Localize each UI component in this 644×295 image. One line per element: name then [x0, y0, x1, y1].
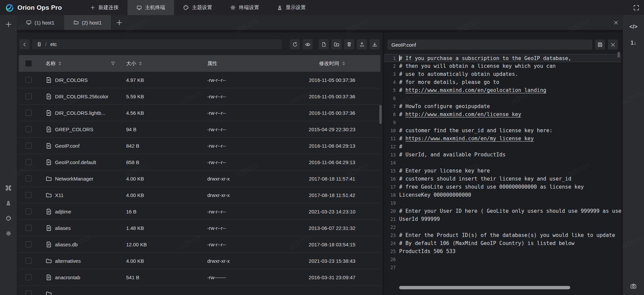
sort-mtime-control[interactable] [342, 61, 345, 65]
code-line[interactable]: 23# Enter the Product ID(s) of the datab… [384, 231, 621, 239]
file-row[interactable]: DIR_COLORS4.97 KB-rw-r--r--2016-11-05 00… [19, 72, 380, 88]
file-name[interactable]: DIR_COLORS [55, 77, 88, 83]
file-name[interactable]: NetworkManager [55, 176, 93, 182]
select-all-checkbox[interactable] [25, 60, 32, 66]
code-line[interactable]: 6 [384, 94, 621, 102]
file-row[interactable]: NetworkManager4.00 KBdrwxr-xr-x2017-08-1… [19, 170, 380, 187]
delete-button[interactable] [344, 39, 354, 49]
back-button[interactable] [19, 39, 30, 49]
file-name[interactable]: GREP_COLORS [55, 127, 93, 132]
menu-item-new-connection[interactable]: 新建连接 [81, 0, 127, 15]
code-line[interactable]: 16# customers should insert their licens… [384, 175, 621, 183]
file-row[interactable]: DIR_COLORS.256color5.59 KB-rw-r--r--2016… [19, 88, 380, 105]
file-name[interactable]: aliases [55, 225, 71, 231]
sidebar-settings-button[interactable] [3, 228, 14, 239]
row-checkbox[interactable] [25, 225, 32, 231]
code-line[interactable]: 8# http://www.maxmind.com/en/license_key [384, 110, 621, 118]
row-checkbox[interactable] [25, 77, 32, 83]
column-header-name[interactable]: 名称 [46, 60, 56, 67]
file-row[interactable]: alternatives4.00 KBdrwxr-xr-x2021-03-23 … [19, 253, 380, 269]
file-row[interactable]: GeoIP.conf.default858 B-rw-r--r--2016-11… [19, 154, 380, 170]
file-row[interactable]: adjtime16 B-rw-r--r--2021-03-23 14:23:10 [19, 203, 380, 220]
code-line[interactable]: 11# https://www.maxmind.com/en/my_licens… [384, 135, 621, 143]
tab-host1-files[interactable]: (2) host1 [64, 15, 111, 30]
code-line[interactable]: 9 [384, 118, 621, 127]
file-row[interactable]: anacrontab541 B-rw-------2016-03-31 23:0… [19, 269, 380, 286]
file-row[interactable]: GREP_COLORS94 B-rw-r--r--2015-04-29 22:3… [19, 121, 380, 138]
file-name[interactable]: alternatives [55, 258, 81, 264]
file-name[interactable]: DIR_COLORS.lightb... [55, 110, 105, 116]
column-header-size[interactable]: 大小 [126, 60, 136, 67]
editor-vertical-scrollbar[interactable] [618, 52, 620, 57]
file-row[interactable]: DIR_COLORS.lightb...4.56 KB-rw-r--r--201… [19, 105, 380, 121]
column-header-attr[interactable]: 属性 [207, 60, 217, 66]
row-checkbox[interactable] [25, 110, 32, 116]
file-name[interactable]: GeoIP.conf [55, 143, 79, 149]
file-name[interactable]: aliases.db [55, 242, 78, 247]
menu-item-display-settings[interactable]: 显示设置 [268, 0, 315, 15]
code-line[interactable]: 10# customer find the user_id and licens… [384, 127, 621, 135]
code-line[interactable]: 18LicenseKey 000000000000 [384, 191, 621, 199]
column-header-mtime[interactable]: 修改时间 [319, 60, 339, 67]
sort-name-control[interactable] [58, 61, 61, 65]
row-checkbox[interactable] [25, 192, 32, 198]
sidebar-new-button[interactable] [3, 18, 14, 30]
file-name[interactable]: GeoIP.conf.default [55, 159, 96, 165]
breadcrumb[interactable]: / etc [32, 39, 282, 49]
download-button[interactable] [370, 39, 380, 49]
code-line[interactable]: 4# for more details, please go to [384, 78, 621, 86]
save-button[interactable] [595, 40, 605, 50]
file-row[interactable]: GeoIP.conf842 B-rw-r--r--2016-11-06 04:2… [19, 138, 380, 154]
row-checkbox[interactable] [25, 176, 32, 182]
tab-host1-terminal[interactable]: (1) host1 [17, 15, 64, 30]
file-row[interactable] [19, 286, 380, 295]
code-line[interactable]: 26 [384, 255, 621, 263]
code-line[interactable]: 13# UserId, and available ProductIds [384, 151, 621, 159]
close-editor-button[interactable] [608, 40, 618, 50]
menu-item-host-terminal[interactable]: 主机终端 [127, 0, 174, 15]
code-line[interactable]: 22 [384, 223, 621, 231]
file-name[interactable]: DIR_COLORS.256color [55, 94, 108, 99]
code-line[interactable]: 19 [384, 199, 621, 207]
row-checkbox[interactable] [25, 159, 32, 165]
file-row[interactable]: aliases.db12.00 KB-rw-r--r--2017-08-18 0… [19, 236, 380, 253]
close-tabs-button[interactable] [613, 15, 619, 30]
sidebar-code-view-button[interactable]: </> [628, 21, 639, 33]
file-name[interactable]: anacrontab [55, 275, 80, 280]
breadcrumb-path[interactable]: etc [50, 42, 57, 47]
sidebar-sort-lines-button[interactable]: 1↓ [628, 37, 639, 49]
new-file-button[interactable] [319, 39, 329, 49]
row-checkbox[interactable] [25, 126, 32, 132]
row-checkbox[interactable] [25, 291, 32, 295]
editor-horizontal-scrollbar[interactable] [399, 286, 570, 289]
sidebar-theme-button[interactable] [3, 212, 14, 224]
filter-icon[interactable] [111, 61, 115, 66]
row-checkbox[interactable] [25, 258, 32, 264]
refresh-button[interactable] [290, 39, 300, 49]
menu-item-terminal-settings[interactable]: 终端设置 [221, 0, 268, 15]
code-line[interactable]: 24# By default 106 (MaxMind GeoIP Countr… [384, 239, 621, 247]
fullscreen-button[interactable] [633, 0, 639, 15]
code-line[interactable]: 7# HowTo configure geoipupdate [384, 102, 621, 110]
row-checkbox[interactable] [25, 93, 32, 99]
sidebar-screenshot-button[interactable] [628, 280, 639, 292]
file-row[interactable]: X114.00 KBdrwxr-xr-x2017-08-18 11:51:42 [19, 187, 380, 203]
row-checkbox[interactable] [25, 208, 32, 214]
code-line[interactable]: 14 [384, 159, 621, 167]
sidebar-command-button[interactable] [3, 182, 14, 194]
row-checkbox[interactable] [25, 143, 32, 149]
code-line[interactable]: 20# Enter your User ID here ( GeoLite on… [384, 207, 621, 215]
upload-button[interactable] [357, 39, 367, 49]
code-line[interactable]: 5# http://www.maxmind.com/en/geolocation… [384, 86, 621, 94]
file-name[interactable]: X11 [55, 192, 64, 198]
code-line[interactable]: 27 [384, 263, 621, 272]
new-tab-button[interactable] [111, 15, 127, 30]
code-line[interactable]: 3# use to automatically obtain updates. [384, 70, 621, 78]
filename-field[interactable]: GeoIP.conf [387, 40, 592, 50]
code-line[interactable]: 12# [384, 143, 621, 151]
code-line[interactable]: 21UserId 999999 [384, 215, 621, 223]
code-editor[interactable]: 1# If you purchase a subscription to the… [384, 54, 621, 295]
row-checkbox[interactable] [25, 274, 32, 280]
file-row[interactable]: aliases1.48 KB-rw-r--r--2013-06-07 22:31… [19, 220, 380, 236]
row-checkbox[interactable] [25, 241, 32, 247]
